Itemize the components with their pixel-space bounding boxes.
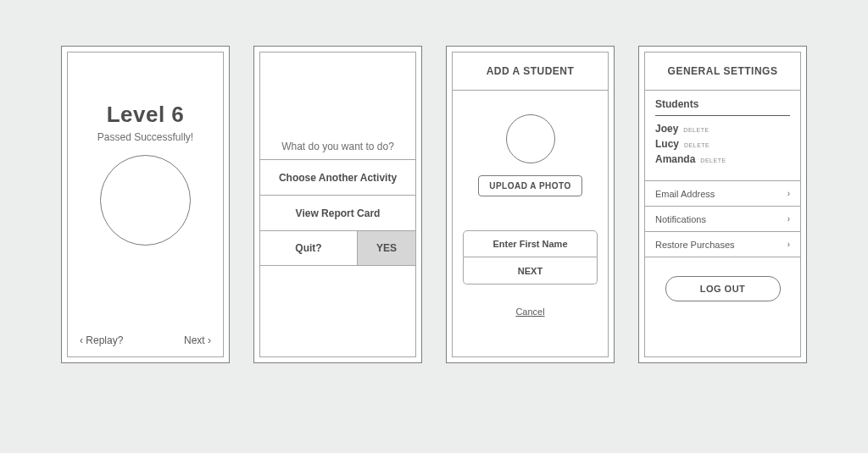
student-row: Amanda DELETE xyxy=(655,152,790,167)
view-report-button[interactable]: View Report Card xyxy=(260,195,415,230)
menu-item-label: Email Address xyxy=(655,189,715,199)
screen-level-passed: Level 6 Passed Successfully! ‹ Replay? N… xyxy=(61,46,230,363)
restore-purchases-item[interactable]: Restore Purchases › xyxy=(645,232,800,257)
replay-button[interactable]: ‹ Replay? xyxy=(80,334,123,346)
level-subtitle: Passed Successfully! xyxy=(97,131,193,143)
student-name: Lucy xyxy=(655,138,679,150)
screen-action-menu: What do you want to do? Choose Another A… xyxy=(253,46,422,363)
chevron-right-icon: › xyxy=(787,214,790,224)
upload-photo-button[interactable]: UPLOAD A PHOTO xyxy=(478,175,582,196)
menu-item-label: Notifications xyxy=(655,214,706,224)
student-name: Amanda xyxy=(655,153,695,165)
first-name-input[interactable]: Enter First Name xyxy=(463,230,598,257)
next-button[interactable]: Next › xyxy=(184,334,211,346)
student-name: Joey xyxy=(655,123,678,135)
student-row: Joey DELETE xyxy=(655,121,790,136)
cancel-link[interactable]: Cancel xyxy=(515,307,544,317)
chevron-right-icon: › xyxy=(787,240,790,249)
chevron-right-icon: › xyxy=(208,334,211,346)
screen-add-student: ADD A STUDENT UPLOAD A PHOTO Enter First… xyxy=(446,46,615,363)
page-title: GENERAL SETTINGS xyxy=(668,52,778,90)
choose-activity-button[interactable]: Choose Another Activity xyxy=(260,159,415,195)
result-graphic-placeholder xyxy=(100,155,191,246)
page-title: ADD A STUDENT xyxy=(487,52,575,90)
delete-student-button[interactable]: DELETE xyxy=(700,157,726,163)
notifications-item[interactable]: Notifications › xyxy=(645,207,800,232)
chevron-left-icon: ‹ xyxy=(80,334,83,346)
delete-student-button[interactable]: DELETE xyxy=(684,142,709,148)
menu-item-label: Restore Purchases xyxy=(655,240,735,250)
quit-yes-button[interactable]: YES xyxy=(358,231,415,265)
quit-label: Quit? xyxy=(260,231,358,265)
email-address-item[interactable]: Email Address › xyxy=(645,181,800,207)
prompt-text: What do you want to do? xyxy=(281,141,394,152)
next-button[interactable]: NEXT xyxy=(463,257,598,285)
divider xyxy=(655,115,790,116)
delete-student-button[interactable]: DELETE xyxy=(683,127,709,133)
level-title: Level 6 xyxy=(107,102,185,128)
avatar-placeholder xyxy=(506,114,555,163)
student-row: Lucy DELETE xyxy=(655,136,790,152)
screen-general-settings: GENERAL SETTINGS Students Joey DELETE Lu… xyxy=(638,46,807,363)
log-out-button[interactable]: LOG OUT xyxy=(665,276,781,301)
chevron-right-icon: › xyxy=(787,189,790,198)
students-section-label: Students xyxy=(655,91,790,115)
